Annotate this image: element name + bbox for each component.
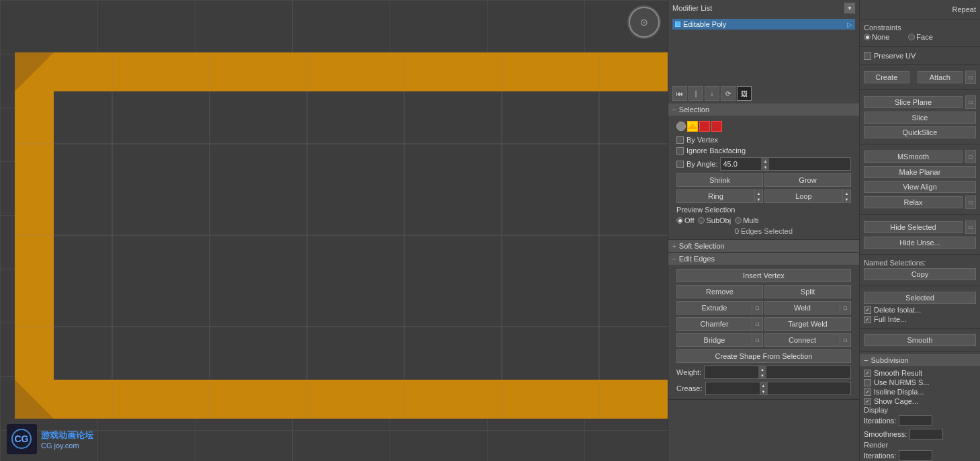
toolbar-sep-btn[interactable]: | [688,86,703,101]
slice-body: Slice Plane □ Slice QuickSlice [860,92,980,142]
weld-sq[interactable]: □ [840,301,851,315]
crease-up[interactable]: ▲ [760,382,768,388]
smooth-button[interactable]: Smooth [864,334,976,346]
toolbar-refresh-btn[interactable]: ⟳ [721,86,736,101]
weight-spinner[interactable]: ▲ ▼ [758,366,766,378]
delete-isolated-checkbox[interactable] [864,306,871,314]
bridge-button[interactable]: Bridge [676,333,752,347]
bridge-sq[interactable]: □ [752,333,763,347]
edit-edges-header[interactable]: − Edit Edges [668,253,859,265]
hide-unsel-button[interactable]: Hide Unse... [864,237,976,249]
render-iter-input[interactable] [899,450,932,461]
isoline-checkbox[interactable] [864,388,871,396]
weld-button[interactable]: Weld [764,301,840,315]
attach-sq-frp[interactable]: □ [965,71,976,84]
loop-up[interactable]: ▲ [843,190,850,196]
toolbar-view-btn[interactable]: 🖼 [737,86,752,101]
loop-down[interactable]: ▼ [843,196,850,202]
selected-button[interactable]: Selected [864,292,976,304]
by-angle-up[interactable]: ▲ [761,158,769,164]
grow-button[interactable]: Grow [764,173,851,187]
extrude-sq[interactable]: □ [752,301,763,315]
toolbar-pin-btn[interactable]: ⏮ [672,86,687,101]
crease-input[interactable]: ▲ ▼ [705,382,851,395]
radio-off[interactable]: Off [676,216,694,224]
modifier-list-dropdown[interactable]: ▼ [844,3,855,13]
make-planar-button[interactable]: Make Planar [864,166,976,178]
slice-plane-button[interactable]: Slice Plane [864,96,963,108]
use-nurms-row: Use NURMS S... [864,378,976,387]
face-label: Face [916,33,932,41]
shrink-button[interactable]: Shrink [676,173,763,187]
crease-spinner[interactable]: ▲ ▼ [760,382,768,394]
hide-selected-button[interactable]: Hide Selected [864,221,963,233]
slice-plane-sq[interactable]: □ [965,95,976,109]
iterations-input[interactable] [899,415,932,426]
ignore-backfacing-checkbox[interactable] [676,147,684,155]
toolbar-move-down-btn[interactable]: ↓ [705,86,719,101]
by-angle-value[interactable] [721,159,761,169]
by-vertex-checkbox[interactable] [676,136,684,144]
insert-vertex-button[interactable]: Insert Vertex [676,269,851,282]
weight-value[interactable] [705,368,758,377]
by-angle-down[interactable]: ▼ [761,164,769,170]
by-angle-spinner[interactable]: ▲ ▼ [761,158,769,170]
smoothness-input[interactable] [909,429,943,439]
copy-button[interactable]: Copy [864,268,976,280]
radio-subobj[interactable]: SubObj [698,216,731,224]
polygon-sel-icon[interactable] [711,121,722,132]
radio-face-frp[interactable]: Face [908,33,932,41]
hide-selected-row: Hide Selected □ [864,219,976,235]
face-sel-icon[interactable] [699,121,710,132]
target-weld-button[interactable]: Target Weld [764,317,851,331]
radio-multi[interactable]: Multi [735,216,758,224]
soft-selection-header[interactable]: + Soft Selection [668,240,859,252]
nav-cube-container[interactable]: ⊙ [627,5,661,39]
edit-edges-body: Insert Vertex Remove Split Extrude □ Wel… [668,265,859,399]
weight-up[interactable]: ▲ [758,366,766,372]
attach-button-frp[interactable]: Attach [918,71,963,83]
msmooth-button[interactable]: MSmooth [864,151,963,163]
ring-up[interactable]: ▲ [755,190,762,196]
msmooth-sq[interactable]: □ [965,150,976,163]
extrude-button[interactable]: Extrude [676,301,752,315]
viewport[interactable]: ⊙ CG 游戏动画论坛 CG joy.com [0,0,668,461]
full-int-checkbox[interactable] [864,316,871,323]
weight-input[interactable]: ▲ ▼ [704,366,851,379]
by-angle-input[interactable]: ▲ ▼ [720,157,851,171]
connect-sq[interactable]: □ [840,333,851,347]
create-button-frp[interactable]: Create [864,71,909,83]
loop-button[interactable]: Loop [765,190,842,202]
chamfer-sq[interactable]: □ [752,317,763,331]
by-angle-checkbox[interactable] [676,161,684,168]
chamfer-button[interactable]: Chamfer [676,317,752,331]
radio-none-frp[interactable]: None [864,33,889,41]
create-shape-button[interactable]: Create Shape From Selection [676,349,851,363]
editable-poly-entry[interactable]: Editable Poly ▷ [672,19,855,30]
weight-down[interactable]: ▼ [758,372,766,378]
vertex-sel-icon[interactable] [676,122,686,131]
relax-sq[interactable]: □ [965,196,976,209]
nav-cube[interactable]: ⊙ [627,5,661,39]
remove-button[interactable]: Remove [676,285,763,298]
relax-button[interactable]: Relax [864,196,963,208]
edge-sel-icon[interactable] [687,121,698,132]
quickslice-button[interactable]: QuickSlice [864,126,976,138]
view-align-button[interactable]: View Align [864,181,976,193]
selection-header[interactable]: − Selection [668,103,859,116]
loop-spinner[interactable]: ▲ ▼ [842,190,850,202]
use-nurms-checkbox[interactable] [864,379,871,386]
show-cage-checkbox[interactable] [864,398,871,405]
ring-button[interactable]: Ring [677,190,754,202]
preserve-uv-checkbox[interactable] [864,52,871,60]
slice-button[interactable]: Slice [864,112,976,124]
ring-spinner[interactable]: ▲ ▼ [754,190,762,202]
hide-selected-sq[interactable]: □ [965,220,976,234]
ring-down[interactable]: ▼ [755,196,762,202]
crease-value[interactable] [706,384,760,393]
subdivision-header[interactable]: − Subdivision [860,354,980,366]
smooth-result-checkbox[interactable] [864,370,871,377]
crease-down[interactable]: ▼ [760,388,768,394]
split-button[interactable]: Split [764,285,851,298]
connect-button[interactable]: Connect [764,333,840,347]
